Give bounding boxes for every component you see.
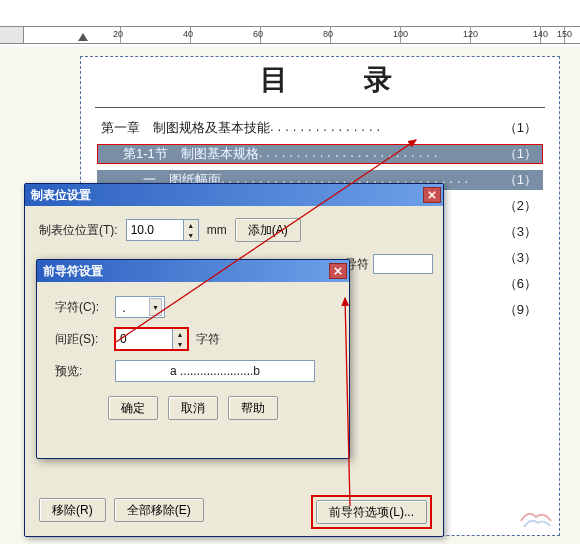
leader-options-highlight: 前导符选项(L)... [314,498,429,526]
watermark-icon [516,501,556,536]
toc-page: （1） [504,145,537,163]
toc-leader: ............... [270,119,504,137]
unit-label: mm [207,223,227,237]
title-divider [95,107,545,108]
toc-text: 第1-1节 制图基本规格 [123,145,259,163]
tab-pos-label: 制表位位置(T): [39,222,118,239]
char-value: . [122,299,126,315]
leader-dialog: 前导符设置 字符(C): . ▼ 间距(S): ▲ ▼ 字符 预览: [36,259,350,459]
spin-up-icon[interactable]: ▲ [184,220,198,230]
fill-input[interactable] [373,254,433,274]
toc-page: （3） [504,223,537,241]
toc-page: （1） [504,119,537,137]
spin-down-icon[interactable]: ▼ [173,339,187,349]
remove-all-button[interactable]: 全部移除(E) [114,498,204,522]
tab-pos-input[interactable] [126,219,184,241]
close-button[interactable] [329,263,347,279]
toc-page: （9） [504,301,537,319]
gap-unit: 字符 [196,331,220,348]
tab-dialog-titlebar[interactable]: 制表位设置 [25,184,443,206]
spin-down-icon[interactable]: ▼ [184,230,198,240]
add-button[interactable]: 添加(A) [235,218,301,242]
remove-button[interactable]: 移除(R) [39,498,106,522]
char-select[interactable]: . ▼ [115,296,165,318]
toc-text: 第一章 制图规格及基本技能 [101,119,270,137]
close-icon [428,191,436,199]
leader-dialog-title: 前导符设置 [43,263,103,280]
leader-dialog-titlebar[interactable]: 前导符设置 [37,260,349,282]
horizontal-ruler[interactable]: 20 40 60 80 100 120 140 150 [0,26,580,44]
leader-options-button[interactable]: 前导符选项(L)... [316,500,427,524]
toc-leader: ........................ [259,145,504,163]
close-button[interactable] [423,187,441,203]
toc-row[interactable]: 第一章 制图规格及基本技能...............（1） [97,118,543,138]
toc-page: （1） [504,171,537,189]
dropdown-icon[interactable]: ▼ [149,298,162,316]
toc-page: （3） [504,249,537,267]
gap-input[interactable] [115,328,173,350]
tab-pos-spinner[interactable]: ▲ ▼ [126,219,199,241]
toc-page: （6） [504,275,537,293]
help-button[interactable]: 帮助 [228,396,278,420]
close-icon [334,267,342,275]
spin-up-icon[interactable]: ▲ [173,329,187,339]
gap-label: 间距(S): [55,331,107,348]
gap-spinner[interactable]: ▲ ▼ [115,328,188,350]
cancel-button[interactable]: 取消 [168,396,218,420]
ok-button[interactable]: 确定 [108,396,158,420]
margin-handle-icon[interactable] [78,33,88,41]
toc-row[interactable]: 第1-1节 制图基本规格........................（1） [97,144,543,164]
doc-title: 目 录 [81,57,559,105]
preview-box: a ......................b [115,360,315,382]
preview-label: 预览: [55,363,107,380]
tab-dialog-title: 制表位设置 [31,187,91,204]
toc-page: （2） [504,197,537,215]
char-label: 字符(C): [55,299,107,316]
